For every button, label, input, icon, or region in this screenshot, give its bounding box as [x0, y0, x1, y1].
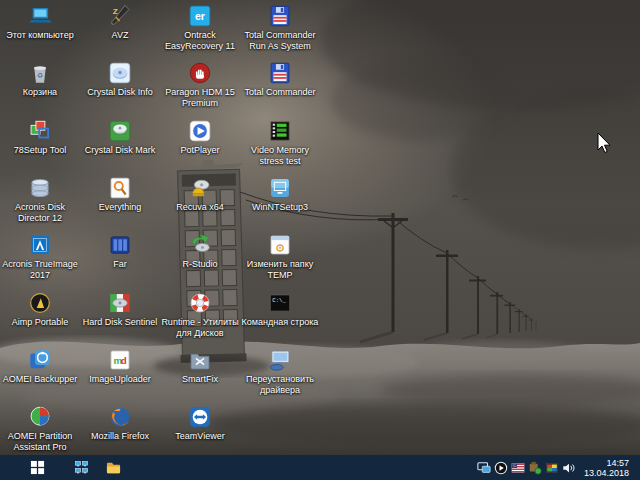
desktop-icon-firefox[interactable]: Mozilla Firefox: [80, 404, 160, 442]
desktop-icon-label: Total Commander Run As System: [240, 30, 320, 52]
desktop-icon-label: AVZ: [80, 30, 160, 41]
desktop-icon-crystal-mark[interactable]: Crystal Disk Mark: [80, 118, 160, 156]
desktop-icon-recycle-bin[interactable]: Корзина: [0, 60, 80, 98]
clock-date: 13.04.2018: [584, 468, 629, 478]
tray-volume[interactable]: [561, 460, 577, 476]
crystal-mark-icon: [107, 118, 133, 144]
file-explorer-button[interactable]: [98, 455, 128, 480]
desktop[interactable]: Этот компьютер Корзина 78Setup Tool Acro…: [0, 0, 640, 455]
desktop-icon-hdsentinel[interactable]: Hard Disk Sentinel: [80, 290, 160, 328]
aimp-icon: [27, 290, 53, 316]
desktop-icon-label: R-Studio: [160, 259, 240, 270]
desktop-icon-label: Переустановить драйвера: [240, 374, 320, 396]
desktop-icon-label: Everything: [80, 202, 160, 213]
desktop-icon-label: Acronis TrueImage 2017: [0, 259, 80, 281]
screen: Этот компьютер Корзина 78Setup Tool Acro…: [0, 0, 640, 480]
cmd-icon: [267, 290, 293, 316]
paragon-icon: [187, 60, 213, 86]
desktop-icon-floppy[interactable]: Total Commander: [240, 60, 320, 98]
start-button[interactable]: [22, 455, 52, 480]
desktop-icon-label: Video Memory stress test: [240, 145, 320, 167]
desktop-icon-recuva[interactable]: Recuva x64: [160, 175, 240, 213]
color-square-icon: [545, 461, 559, 475]
desktop-icon-aomei-pa[interactable]: AOMEI Partition Assistant Pro: [0, 404, 80, 453]
desktop-icon-label: WinNTSetup3: [240, 202, 320, 213]
film-icon: [267, 118, 293, 144]
desktop-icon-smartfix[interactable]: SmartFix: [160, 347, 240, 385]
desktop-icon-paragon[interactable]: Paragon HDM 15 Premium: [160, 60, 240, 109]
desktop-icon-drivers[interactable]: Переустановить драйвера: [240, 347, 320, 396]
desktop-icon-label: Crystal Disk Mark: [80, 145, 160, 156]
desktop-icon-label: ImageUploader: [80, 374, 160, 385]
everything-icon: [107, 175, 133, 201]
taskbar: 14:5713.04.2018: [0, 455, 640, 480]
desktop-icon-label: Ontrack EasyRecovery 11 Enterprise: [160, 30, 240, 53]
desktop-icon-temp-gear[interactable]: Изменить папку TEMP: [240, 232, 320, 281]
temp-gear-icon: [267, 232, 293, 258]
desktop-icon-potplayer[interactable]: PotPlayer: [160, 118, 240, 156]
desktop-icon-label: Командная строка: [240, 317, 320, 328]
this-pc-icon: [27, 3, 53, 29]
desktop-icon-label: Aimp Portable: [0, 317, 80, 328]
easyrecovery-icon: [187, 3, 213, 29]
desktop-icon-aimp[interactable]: Aimp Portable: [0, 290, 80, 328]
desktop-icon-label: SmartFix: [160, 374, 240, 385]
drivers-icon: [267, 347, 293, 373]
tray-media-player[interactable]: [493, 460, 509, 476]
desktop-icon-setup-tool[interactable]: 78Setup Tool: [0, 118, 80, 156]
desktop-icon-easyrecovery[interactable]: Ontrack EasyRecovery 11 Enterprise: [160, 3, 240, 53]
network-computers-icon: [74, 460, 89, 475]
desktop-icon-cmd[interactable]: Командная строка: [240, 290, 320, 328]
recuva-icon: [187, 175, 213, 201]
rstudio-icon: [187, 232, 213, 258]
desktop-icon-acronis-ti[interactable]: Acronis TrueImage 2017: [0, 232, 80, 281]
tray-color-profile[interactable]: [544, 460, 560, 476]
desktop-icon-label: Hard Disk Sentinel: [80, 317, 160, 328]
desktop-icon-winntsetup[interactable]: WinNTSetup3: [240, 175, 320, 213]
avz-icon: [107, 3, 133, 29]
smartfix-icon: [187, 347, 213, 373]
usb-device-icon: [528, 461, 542, 475]
tray-network-status[interactable]: [476, 460, 492, 476]
desktop-icon-crystal-info[interactable]: Crystal Disk Info: [80, 60, 160, 98]
windows-logo-icon: [30, 460, 45, 475]
desktop-icon-label: Этот компьютер: [0, 30, 80, 41]
desktop-icon-floppy[interactable]: Total Commander Run As System: [240, 3, 320, 52]
desktop-icons: Этот компьютер Корзина 78Setup Tool Acro…: [0, 0, 640, 455]
desktop-icon-label: Runtime - Утилиты для Дисков: [160, 317, 240, 339]
desktop-icon-film[interactable]: Video Memory stress test: [240, 118, 320, 167]
desktop-icon-aomei-backupper[interactable]: AOMEI Backupper: [0, 347, 80, 385]
acronis-ti-icon: [27, 232, 53, 258]
tray-usb-device[interactable]: [527, 460, 543, 476]
hdsentinel-icon: [107, 290, 133, 316]
taskbar-clock[interactable]: 14:5713.04.2018: [584, 458, 629, 478]
imageuploader-icon: [107, 347, 133, 373]
winntsetup-icon: [267, 175, 293, 201]
crystal-info-icon: [107, 60, 133, 86]
desktop-icon-lifering[interactable]: Runtime - Утилиты для Дисков: [160, 290, 240, 339]
desktop-icon-everything[interactable]: Everything: [80, 175, 160, 213]
tray-language-us[interactable]: [510, 460, 526, 476]
network-places-button[interactable]: [66, 455, 96, 480]
recycle-bin-icon: [27, 60, 53, 86]
desktop-icon-label: Recuva x64: [160, 202, 240, 213]
desktop-icon-label: Корзина: [0, 87, 80, 98]
disk-stack-icon: [27, 175, 53, 201]
floppy-icon: [267, 60, 293, 86]
desktop-icon-avz[interactable]: AVZ: [80, 3, 160, 41]
desktop-icon-this-pc[interactable]: Этот компьютер: [0, 3, 80, 41]
potplayer-icon: [187, 118, 213, 144]
teamviewer-icon: [187, 404, 213, 430]
setup-tool-icon: [27, 118, 53, 144]
desktop-icon-label: Acronis Disk Director 12: [0, 202, 80, 224]
desktop-icon-imageuploader[interactable]: ImageUploader: [80, 347, 160, 385]
desktop-icon-label: PotPlayer: [160, 145, 240, 156]
desktop-icon-label: Total Commander: [240, 87, 320, 98]
desktop-icon-disk-stack[interactable]: Acronis Disk Director 12: [0, 175, 80, 224]
desktop-icon-far[interactable]: Far: [80, 232, 160, 270]
desktop-icon-label: Crystal Disk Info: [80, 87, 160, 98]
desktop-icon-rstudio[interactable]: R-Studio: [160, 232, 240, 270]
folder-icon: [106, 460, 121, 475]
play-circle-icon: [494, 461, 508, 475]
desktop-icon-teamviewer[interactable]: TeamViewer: [160, 404, 240, 442]
